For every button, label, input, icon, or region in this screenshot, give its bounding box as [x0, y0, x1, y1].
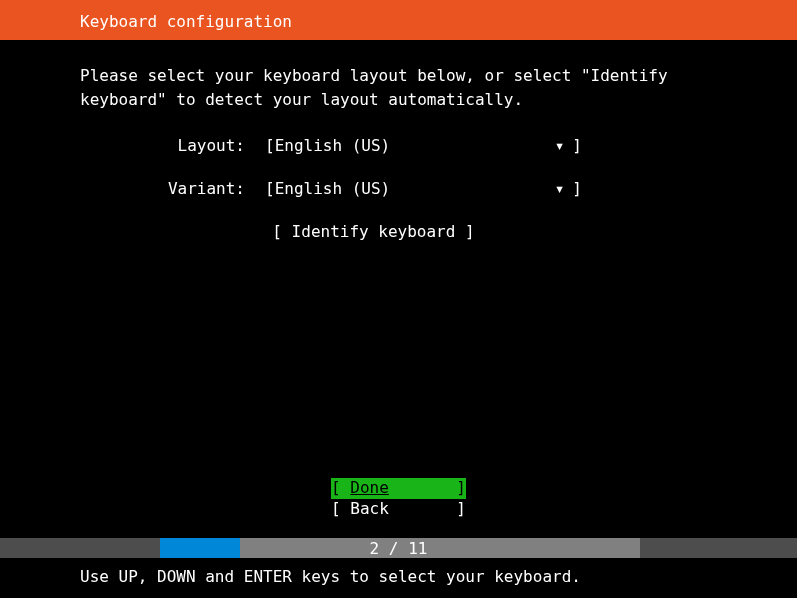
variant-select[interactable]: [ English (US) ▾ ]: [265, 179, 582, 198]
progress-text: 2 / 11: [0, 539, 797, 558]
bracket-close: ]: [572, 179, 582, 198]
progress-bar: 2 / 11: [0, 538, 797, 558]
layout-value: English (US): [275, 136, 555, 155]
nav-buttons: [ Done ] [ Back ]: [0, 478, 797, 520]
variant-value: English (US): [275, 179, 555, 198]
back-label: Back: [350, 499, 389, 518]
layout-select[interactable]: [ English (US) ▾ ]: [265, 136, 582, 155]
done-label: Done: [350, 478, 389, 497]
bracket-open: [: [265, 179, 275, 198]
variant-label: Variant:: [80, 179, 265, 198]
back-button[interactable]: [ Back ]: [331, 499, 466, 520]
layout-label: Layout:: [80, 136, 265, 155]
instructions-text: Please select your keyboard layout below…: [80, 64, 717, 112]
page-title: Keyboard configuration: [80, 12, 292, 31]
identify-label: Identify keyboard: [292, 222, 456, 241]
bracket-close: ]: [572, 136, 582, 155]
identify-button[interactable]: [ Identify keyboard ]: [272, 222, 474, 241]
footer-hint: Use UP, DOWN and ENTER keys to select yo…: [80, 567, 581, 586]
main-content: Please select your keyboard layout below…: [0, 40, 797, 241]
bracket-open: [: [272, 222, 291, 241]
variant-row: Variant: [ English (US) ▾ ]: [80, 179, 717, 198]
done-button[interactable]: [ Done ]: [331, 478, 466, 499]
bracket-close: ]: [455, 222, 474, 241]
chevron-down-icon: ▾: [555, 179, 565, 198]
header-bar: Keyboard configuration: [0, 0, 797, 40]
identify-row: [ Identify keyboard ]: [30, 222, 717, 241]
layout-row: Layout: [ English (US) ▾ ]: [80, 136, 717, 155]
bracket-open: [: [265, 136, 275, 155]
chevron-down-icon: ▾: [555, 136, 565, 155]
